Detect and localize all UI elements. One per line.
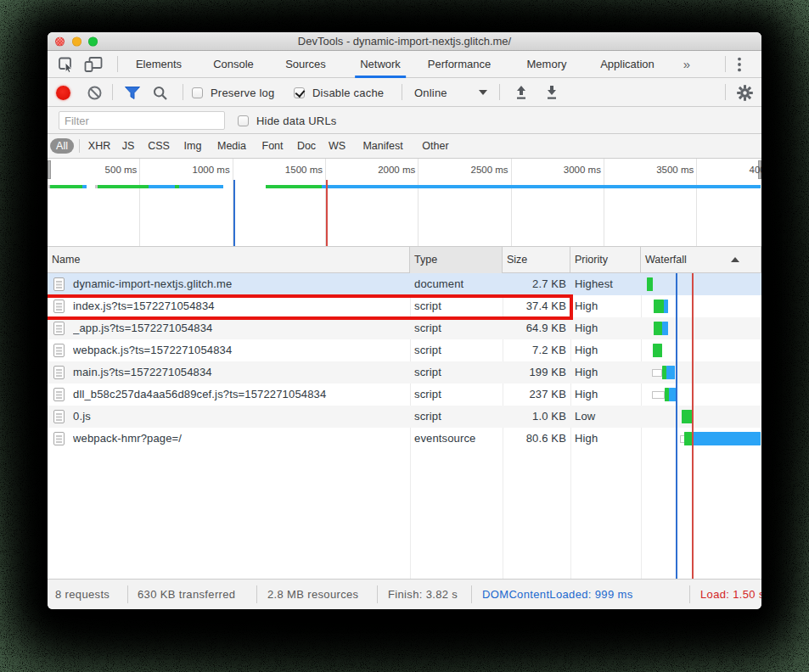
- preserve-log-checkbox-group[interactable]: Preserve log: [192, 78, 274, 107]
- overview-left-grip[interactable]: [48, 160, 51, 179]
- tab-application[interactable]: Application: [600, 51, 655, 78]
- size-cell: 237 KB: [504, 384, 566, 406]
- throttling-dropdown-arrow-icon[interactable]: [479, 90, 487, 95]
- type-cell: script: [414, 317, 499, 339]
- export-har-icon[interactable]: [544, 85, 559, 100]
- filter-icon[interactable]: [124, 86, 141, 100]
- request-row[interactable]: _app.js?ts=1572271054834script64.9 KBHig…: [48, 317, 761, 339]
- request-row[interactable]: 0.jsscript1.0 KBLow: [48, 406, 761, 428]
- type-cell: script: [414, 384, 499, 406]
- filter-pill-manifest[interactable]: Manifest: [357, 138, 408, 154]
- type-cell: script: [414, 339, 499, 361]
- summary-separator: [127, 585, 128, 603]
- tab-label: Performance: [428, 58, 491, 70]
- tab-performance[interactable]: Performance: [428, 51, 491, 78]
- overview-load-line: [326, 180, 328, 246]
- clear-network-log-icon[interactable]: [87, 86, 102, 100]
- hide-data-urls-group[interactable]: Hide data URLs: [238, 107, 337, 134]
- disable-cache-checkbox[interactable]: [294, 87, 305, 98]
- toolbar-separator-2: [183, 84, 183, 100]
- waterfall-bar-blue: [692, 432, 761, 445]
- filter-pill-img[interactable]: Img: [178, 138, 208, 154]
- waterfall-bar-wait: [652, 369, 662, 377]
- file-icon: [53, 344, 65, 357]
- tab-console[interactable]: Console: [213, 51, 254, 78]
- summary-separator: [377, 585, 378, 603]
- import-har-icon[interactable]: [514, 85, 529, 100]
- toggle-device-toolbar-icon[interactable]: [84, 56, 103, 73]
- overview-bar-green: [98, 185, 149, 188]
- size-cell: 7.2 KB: [504, 339, 566, 361]
- summary-item: 8 requests: [55, 580, 110, 609]
- tab-label: Sources: [285, 58, 326, 70]
- devtools-tabbar: ElementsConsoleSourcesNetworkPerformance…: [48, 51, 761, 78]
- search-icon[interactable]: [153, 86, 168, 101]
- priority-cell: High: [575, 295, 638, 317]
- waterfall-bar-wait: [652, 391, 665, 399]
- record-network-log-button[interactable]: [56, 86, 70, 100]
- hide-data-urls-checkbox[interactable]: [238, 115, 249, 126]
- waterfall-load-line: [692, 273, 694, 579]
- column-header-waterfall[interactable]: Waterfall: [641, 247, 761, 273]
- throttling-dropdown[interactable]: Online: [414, 78, 447, 107]
- column-header-type[interactable]: Type: [410, 247, 503, 273]
- waterfall-bar-green: [654, 322, 662, 335]
- column-header-priority[interactable]: Priority: [570, 247, 641, 273]
- priority-cell: High: [575, 428, 638, 450]
- overview-gridline: [604, 159, 604, 246]
- network-filter-row: Hide data URLs: [48, 107, 761, 134]
- overview-tick-label: 1500 ms: [285, 165, 323, 175]
- overview-bar-green: [266, 185, 322, 188]
- filter-pill-css[interactable]: CSS: [142, 138, 176, 154]
- window-titlebar: DevTools - dynamic-import-nextjs.glitch.…: [48, 32, 761, 51]
- name-cell: dll_b58c257da4aa56d89cef.js?ts=157227105…: [73, 384, 404, 406]
- column-header-size[interactable]: Size: [503, 247, 570, 273]
- filter-pill-xhr[interactable]: XHR: [82, 138, 116, 154]
- tab-label: Memory: [527, 58, 567, 70]
- summary-separator: [256, 585, 257, 603]
- priority-cell: High: [575, 384, 638, 406]
- pills-separator: [79, 139, 80, 153]
- waterfall-bar-blue: [669, 388, 676, 401]
- network-settings-gear-icon[interactable]: [737, 85, 753, 101]
- filter-pill-doc[interactable]: Doc: [291, 138, 322, 154]
- network-summary-bar: 8 requests630 KB transferred2.8 MB resou…: [48, 579, 761, 609]
- window-title: DevTools - dynamic-import-nextjs.glitch.…: [48, 32, 761, 51]
- filter-pill-js[interactable]: JS: [116, 138, 141, 154]
- tab-elements[interactable]: Elements: [136, 51, 182, 78]
- filter-pill-ws[interactable]: WS: [323, 138, 351, 154]
- overview-gridline: [696, 159, 697, 246]
- request-row[interactable]: webpack.js?ts=1572271054834script7.2 KBH…: [48, 339, 761, 361]
- request-row[interactable]: main.js?ts=1572271054834script199 KBHigh: [48, 361, 761, 384]
- preserve-log-checkbox[interactable]: [192, 87, 203, 98]
- waterfall-bar-green: [654, 300, 664, 313]
- filter-pill-other[interactable]: Other: [416, 138, 454, 154]
- filter-pill-all[interactable]: All: [50, 138, 74, 154]
- tab-sources[interactable]: Sources: [285, 51, 326, 78]
- waterfall-bar-blue: [664, 300, 668, 313]
- filter-pill-media[interactable]: Media: [211, 138, 252, 154]
- network-toolbar: Preserve log Disable cache Online: [48, 78, 761, 107]
- overview-tick-label: 1000 ms: [193, 165, 230, 175]
- size-cell: 199 KB: [504, 361, 566, 384]
- network-overview-timeline[interactable]: 500 ms1000 ms1500 ms2000 ms2500 ms3000 m…: [48, 159, 761, 247]
- file-icon: [53, 388, 65, 401]
- name-cell: _app.js?ts=1572271054834: [73, 317, 404, 339]
- summary-item: 630 KB transferred: [138, 580, 235, 609]
- tab-memory[interactable]: Memory: [527, 51, 567, 78]
- requests-table-body: dynamic-import-nextjs.glitch.medocument2…: [48, 273, 761, 579]
- column-header-name[interactable]: Name: [48, 247, 410, 273]
- name-cell: webpack-hmr?page=/: [73, 428, 404, 450]
- tab-network[interactable]: Network: [360, 51, 401, 78]
- file-icon: [53, 322, 65, 335]
- request-row[interactable]: webpack-hmr?page=/eventsource80.6 KBHigh: [48, 428, 761, 450]
- devtools-menu-icon[interactable]: [737, 57, 742, 72]
- filter-input[interactable]: [59, 111, 225, 130]
- request-row[interactable]: dll_b58c257da4aa56d89cef.js?ts=157227105…: [48, 384, 761, 406]
- disable-cache-checkbox-group[interactable]: Disable cache: [294, 78, 384, 107]
- request-row[interactable]: dynamic-import-nextjs.glitch.medocument2…: [48, 273, 761, 295]
- inspect-element-icon[interactable]: [58, 56, 75, 73]
- more-tabs-button[interactable]: »: [683, 51, 690, 78]
- filter-pill-font[interactable]: Font: [256, 138, 289, 154]
- name-cell: webpack.js?ts=1572271054834: [73, 339, 404, 361]
